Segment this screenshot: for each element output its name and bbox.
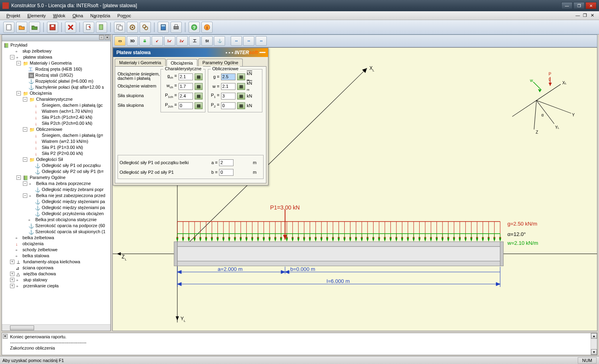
tree-item[interactable]: StRodzaj stali (18G2) — [22, 72, 110, 78]
tree-item[interactable]: ⚓Odległość między stężeniami pa — [28, 199, 110, 205]
tree-item[interactable]: +△więźba dachowa — [9, 271, 110, 277]
calc-btn-icon[interactable]: ▦ — [195, 83, 203, 90]
view-opt1[interactable]: ▪▪ — [231, 36, 242, 46]
view-3d[interactable]: 3D — [127, 36, 138, 46]
view-loads[interactable]: ⇊ — [139, 36, 150, 46]
tree-hscroll[interactable] — [2, 324, 110, 331]
tree-item[interactable]: −▫Belka ma żebra poprzeczne — [22, 181, 110, 187]
view-m1[interactable]: ↙ — [152, 36, 163, 46]
drawing-canvas[interactable]: Płatew stalowa ▪ ▪ ▪ INTERsoft ━━ Materi… — [112, 47, 597, 331]
menu-projekt[interactable]: PProjektrojekt — [3, 12, 23, 19]
input-p1[interactable] — [221, 93, 236, 100]
mdi-close[interactable]: ✕ — [589, 13, 596, 18]
tree-item[interactable]: ⚓Odległość siły P1 od początku — [28, 163, 110, 169]
input-w[interactable] — [221, 83, 236, 90]
tree-item[interactable]: ⊿ściana oporowa — [9, 265, 110, 271]
view-opt3[interactable]: ▪▪ — [256, 36, 267, 46]
close-btn[interactable]: ✕ — [585, 2, 597, 9]
menu-narzedzia[interactable]: Narzędzia — [87, 12, 114, 19]
tree-item[interactable]: ⚓Szerokość oparcia na podporze (60 — [22, 223, 110, 229]
tree-item[interactable]: ↓Wiatrem (wch=1.70 kN/m) — [28, 108, 110, 114]
tree-item[interactable]: ⚓Odległość przyłożenia obciążen — [28, 211, 110, 217]
tree-item[interactable]: −📗Parametry Ogólne — [16, 175, 110, 181]
tree-item[interactable]: ⚓Szerokość oparcia sił skupionych (1 — [22, 229, 110, 235]
open2-btn[interactable] — [29, 22, 40, 33]
tree-item[interactable]: ▫belka żelbetowa — [9, 235, 110, 241]
settings-btn[interactable] — [127, 22, 138, 33]
calc-btn-icon[interactable]: ▦ — [195, 93, 203, 100]
tree-item[interactable]: ⚓Odległość siły P2 od siły P1 (b= — [28, 169, 110, 175]
save-btn[interactable] — [47, 22, 58, 33]
tree-item[interactable]: 工Rodzaj pręta (HEB 160) — [22, 66, 110, 72]
tree-item[interactable]: ↓Siła P1ch (P1ch=2.40 kN) — [28, 114, 110, 120]
panel-close[interactable]: ✕ — [105, 35, 110, 40]
tree-item[interactable]: ↓obciążenia — [9, 241, 110, 247]
export-btn[interactable] — [83, 22, 94, 33]
input-wch[interactable] — [179, 83, 193, 90]
tree-item[interactable]: −📁Odległości Sił — [22, 157, 110, 163]
tree-item[interactable]: ↓Siła P2 (P2=0.00 kN) — [28, 150, 110, 157]
tree-item[interactable]: −📁Obciążenia — [16, 90, 110, 96]
calc-btn-icon[interactable]: ▦ — [237, 83, 245, 90]
view-m2[interactable]: 1↙ — [164, 36, 175, 46]
info-btn[interactable]: i — [201, 22, 213, 33]
tree-item[interactable]: ▫schody żelbetowe — [9, 247, 110, 253]
calc-btn[interactable] — [158, 22, 169, 33]
menu-okna[interactable]: Okna — [69, 12, 86, 19]
view-opt2[interactable]: ▪▪ — [243, 36, 254, 46]
mdi-min[interactable]: — — [574, 13, 581, 18]
tree-item[interactable]: −📁Charakterystyczne — [22, 96, 110, 102]
tree-item[interactable]: ↓Śniegiem, dachem i płatwią (g= — [28, 132, 110, 138]
input-p2[interactable] — [221, 102, 236, 109]
tab-loads[interactable]: Obciążenia — [167, 59, 197, 67]
tree-item[interactable]: +⊥fundamenty-stopa kielichowa — [9, 259, 110, 265]
input-g[interactable] — [221, 73, 236, 80]
input-p2ch[interactable] — [179, 102, 193, 109]
delete-btn[interactable] — [65, 22, 76, 33]
menu-widok[interactable]: Widok — [50, 12, 69, 19]
tab-params[interactable]: Parametry Ogólne — [198, 59, 243, 66]
scroll-down[interactable]: ▼ — [591, 349, 597, 355]
help-btn[interactable]: ? — [189, 22, 200, 33]
tab-materials[interactable]: Materiały i Geometria — [115, 59, 166, 66]
calc-btn-icon[interactable]: ▦ — [195, 102, 203, 109]
tree-item[interactable]: −📁Obliczeniowe — [22, 126, 110, 132]
tree-item[interactable]: ↓Wiatrem (w=2.10 kN/m) — [28, 138, 110, 144]
tree-item[interactable]: ↓Siła P1 (P1=3.00 kN) — [28, 144, 110, 150]
dialog-header[interactable]: Płatew stalowa ▪ ▪ ▪ INTERsoft ━━ — [113, 48, 268, 57]
tree-item[interactable]: −▫płatew stalowa — [9, 54, 110, 60]
view-m3[interactable]: 2↙ — [177, 36, 188, 46]
tree-root[interactable]: 📗Przykład — [3, 42, 110, 48]
tree-item[interactable]: ↓Śniegiem, dachem i płatwią (gc — [28, 102, 110, 108]
output-close[interactable]: ✕ — [3, 334, 8, 339]
mdi-restore[interactable]: ❐ — [581, 13, 589, 18]
maximize-btn[interactable]: ❐ — [573, 2, 585, 9]
input-b[interactable] — [219, 169, 234, 176]
tree-item[interactable]: ▫belka stalowa — [9, 253, 110, 259]
open-btn[interactable] — [16, 22, 27, 33]
tree-item[interactable]: ↓Siła P2ch (P2ch=0.00 kN) — [28, 120, 110, 126]
new-btn[interactable] — [3, 22, 14, 33]
tree-item[interactable]: +▫słup stalowy — [9, 277, 110, 283]
tree-item[interactable]: ⚓Nachylenie połaci (kąt alfa=12.00 s — [22, 84, 110, 90]
scroll-up[interactable]: ▲ — [591, 333, 597, 339]
settings2-btn[interactable] — [140, 22, 151, 33]
view-2d[interactable]: ▭ — [114, 36, 126, 46]
view-dims[interactable]: ⚓ — [214, 36, 225, 46]
tree-item[interactable]: −▫Belka nie jest zabezpieczona przed — [22, 193, 110, 199]
print-btn[interactable] — [171, 22, 182, 33]
calc-btn-icon[interactable]: ▦ — [237, 73, 245, 80]
import-btn[interactable] — [96, 22, 107, 33]
view-steel[interactable]: St — [201, 36, 213, 46]
tree-item[interactable]: ⚓Odległość między żebrami popr — [28, 187, 110, 193]
output-scroll[interactable]: ▲ ▼ — [591, 333, 597, 355]
copy-btn[interactable] — [114, 22, 125, 33]
menu-pomoc[interactable]: Pomoc — [114, 12, 134, 19]
input-gch[interactable] — [179, 73, 193, 80]
input-p1ch[interactable] — [179, 93, 193, 100]
tree-item[interactable]: +▫przenikanie ciepła — [9, 283, 110, 289]
tree-item[interactable]: −📁Materiały i Geometria — [16, 60, 110, 66]
minimize-btn[interactable]: — — [561, 2, 573, 9]
menu-elementy[interactable]: Elementy — [24, 12, 49, 19]
input-a[interactable] — [219, 159, 234, 166]
